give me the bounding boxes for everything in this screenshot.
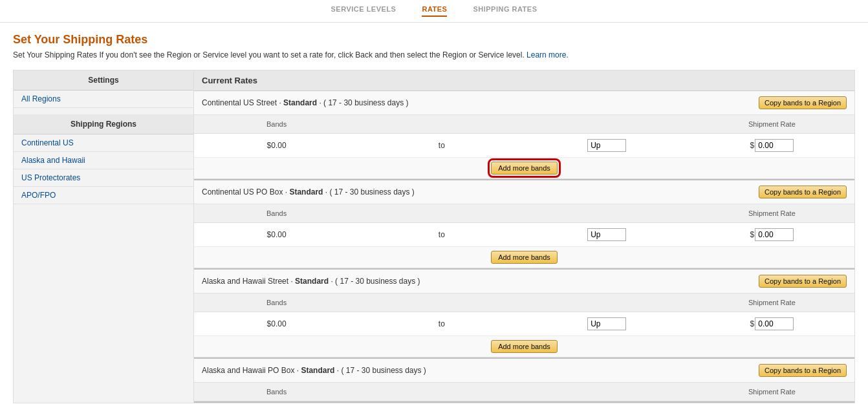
shipping-regions-header: Shipping Regions xyxy=(14,114,193,134)
rate-input-0[interactable]: $ xyxy=(689,136,854,154)
shipment-rate-header-2: Shipment Rate xyxy=(689,296,854,309)
all-regions-link[interactable]: All Regions xyxy=(14,90,193,108)
page-title: Set Your Shipping Rates xyxy=(13,33,855,47)
learn-more-link[interactable]: Learn more. xyxy=(526,50,569,59)
rate-section-title-0: Continental US Street · Standard · ( 17 … xyxy=(202,98,409,107)
copy-bands-btn-0[interactable]: Copy bands to a Region xyxy=(759,96,847,109)
up-input-1[interactable] xyxy=(525,226,689,244)
shipment-rate-header-0: Shipment Rate xyxy=(689,118,854,131)
add-more-btn-1[interactable]: Add more bands xyxy=(491,251,558,264)
content-panel: Current Rates Continental US Street · St… xyxy=(194,70,855,403)
top-nav: SERVICE LEVELS RATES SHIPPING RATES xyxy=(0,0,868,23)
content-header: Current Rates xyxy=(194,70,854,91)
rate-section-title-3: Alaska and Hawaii PO Box · Standard · ( … xyxy=(202,366,426,375)
add-more-row-2: Add more bands xyxy=(194,336,854,357)
region-us-protectorates[interactable]: US Protectorates xyxy=(14,169,193,187)
rate-input-2[interactable]: $ xyxy=(689,315,854,333)
rate-section-title-2: Alaska and Hawaii Street · Standard · ( … xyxy=(202,277,420,286)
up-field-2[interactable] xyxy=(587,317,626,330)
rate-field-2[interactable] xyxy=(755,317,794,330)
region-alaska-hawaii[interactable]: Alaska and Hawaii xyxy=(14,152,193,169)
page-subtitle: Set Your Shipping Rates If you don't see… xyxy=(13,50,855,59)
add-more-btn-0[interactable]: Add more bands xyxy=(491,162,558,175)
bands-col-spacer-0 xyxy=(359,118,524,131)
copy-bands-btn-2[interactable]: Copy bands to a Region xyxy=(759,275,847,288)
rate-input-1[interactable]: $ xyxy=(689,226,854,244)
rate-section-2: Alaska and Hawaii Street · Standard · ( … xyxy=(194,270,854,359)
sidebar: Settings All Regions Shipping Regions Co… xyxy=(13,70,194,403)
bands-col-spacer-3 xyxy=(359,385,524,398)
nav-rates[interactable]: RATES xyxy=(422,5,447,17)
region-apo-fpo[interactable]: APO/FPO xyxy=(14,187,193,204)
bands-col-up-1 xyxy=(525,207,689,220)
region-continental-us[interactable]: Continental US xyxy=(14,134,193,152)
rate-section-0: Continental US Street · Standard · ( 17 … xyxy=(194,91,854,180)
from-value-1: $0.00 xyxy=(194,228,359,242)
nav-shipping-rates[interactable]: SHIPPING RATES xyxy=(473,5,537,17)
from-value-0: $0.00 xyxy=(194,138,359,153)
bands-col-up-2 xyxy=(525,296,689,309)
shipment-rate-header-3: Shipment Rate xyxy=(689,385,854,398)
copy-bands-btn-3[interactable]: Copy bands to a Region xyxy=(759,364,847,377)
rate-section-title-1: Continental US PO Box · Standard · ( 17 … xyxy=(202,187,415,197)
up-field-1[interactable] xyxy=(587,228,626,241)
bands-data-row-0: $0.00 to $ xyxy=(194,134,854,158)
bands-data-row-2: $0.00 to $ xyxy=(194,312,854,336)
to-label-2: to xyxy=(359,317,524,331)
bands-col-header-1: Bands xyxy=(194,207,359,220)
up-field-0[interactable] xyxy=(587,139,626,152)
rate-section-3: Alaska and Hawaii PO Box · Standard · ( … xyxy=(194,359,854,403)
bands-col-header-2: Bands xyxy=(194,296,359,309)
settings-header: Settings xyxy=(14,70,193,90)
add-more-row-1: Add more bands xyxy=(194,247,854,268)
from-value-2: $0.00 xyxy=(194,317,359,331)
bands-col-header-0: Bands xyxy=(194,118,359,131)
rate-section-1: Continental US PO Box · Standard · ( 17 … xyxy=(194,180,854,270)
bands-col-spacer-1 xyxy=(359,207,524,220)
add-more-row-0: Add more bands xyxy=(194,158,854,179)
bands-col-up-3 xyxy=(525,385,689,398)
bands-col-header-3: Bands xyxy=(194,385,359,398)
rate-field-0[interactable] xyxy=(755,139,794,152)
up-input-2[interactable] xyxy=(525,315,689,333)
to-label-0: to xyxy=(359,138,524,153)
bands-col-spacer-2 xyxy=(359,296,524,309)
bands-col-up-0 xyxy=(525,118,689,131)
up-input-0[interactable] xyxy=(525,136,689,154)
rate-field-1[interactable] xyxy=(755,228,794,241)
shipment-rate-header-1: Shipment Rate xyxy=(689,207,854,220)
to-label-1: to xyxy=(359,228,524,242)
bands-data-row-1: $0.00 to $ xyxy=(194,223,854,247)
copy-bands-btn-1[interactable]: Copy bands to a Region xyxy=(759,186,847,198)
nav-service-levels[interactable]: SERVICE LEVELS xyxy=(331,5,396,17)
add-more-btn-2[interactable]: Add more bands xyxy=(491,340,558,353)
